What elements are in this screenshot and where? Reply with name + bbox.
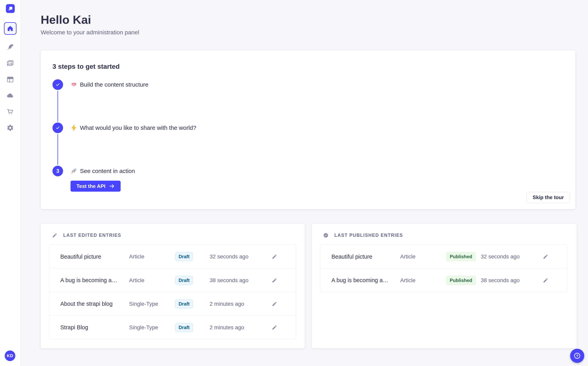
- layout-icon: [7, 76, 14, 83]
- test-api-button-label: Test the API: [77, 183, 105, 189]
- entry-type: Single-Type: [129, 301, 175, 307]
- entry-title: About the strapi blog: [60, 301, 129, 307]
- step-status-circle: [53, 122, 63, 133]
- user-avatar[interactable]: KD: [5, 351, 15, 361]
- step-connector: [57, 91, 58, 122]
- home-icon: [7, 25, 14, 32]
- arrow-right-icon: [109, 183, 115, 189]
- page-subtitle: Welcome to your administration panel: [41, 29, 139, 36]
- entry-updated-time: 2 minutes ago: [210, 324, 271, 331]
- brain-icon: [70, 81, 77, 88]
- onboarding-step: Build the content structure: [53, 79, 564, 122]
- entry-type: Article: [400, 253, 446, 260]
- entry-title: A bug is becoming a…: [332, 277, 400, 283]
- onboarding-card: 3 steps to get started Build the content…: [41, 50, 575, 209]
- test-api-button[interactable]: Test the API: [70, 181, 121, 192]
- edit-entry-button[interactable]: [542, 253, 549, 260]
- edit-entry-button[interactable]: [271, 253, 279, 260]
- check-icon: [55, 82, 60, 87]
- sidebar-item-settings[interactable]: [4, 122, 16, 134]
- last-edited-entries-card: LAST EDITED ENTRIES Beautiful picture Ar…: [41, 224, 305, 348]
- step-label: See content in action: [80, 168, 135, 174]
- strapi-logo: [6, 4, 15, 13]
- entry-updated-time: 32 seconds ago: [481, 253, 542, 260]
- entry-status-badge: Draft: [175, 323, 193, 332]
- entry-updated-time: 2 minutes ago: [210, 301, 271, 307]
- entry-status-badge: Published: [446, 252, 476, 261]
- onboarding-step: What would you like to share with the wo…: [53, 122, 564, 166]
- sidebar-item-home[interactable]: [4, 22, 16, 35]
- onboarding-steps: Build the content structure What would y…: [53, 79, 564, 192]
- entry-title: Strapi Blog: [60, 324, 129, 331]
- onboarding-step: 3 See content in action Test the API: [53, 166, 564, 192]
- entry-status-badge: Draft: [175, 252, 193, 261]
- pencil-icon: [543, 278, 548, 283]
- page-title: Hello Kai: [41, 13, 91, 27]
- edit-entry-button[interactable]: [271, 300, 279, 308]
- edit-entry-button[interactable]: [271, 276, 279, 284]
- entry-updated-time: 38 seconds ago: [210, 277, 271, 283]
- step-label: Build the content structure: [80, 81, 148, 88]
- entry-row: About the strapi blog Single-Type Draft …: [49, 292, 296, 316]
- entry-row: A bug is becoming a… Article Draft 38 se…: [49, 268, 296, 292]
- sidebar-item-marketplace[interactable]: [4, 106, 16, 118]
- question-icon: ?: [573, 352, 581, 359]
- entry-row: Beautiful picture Article Published 32 s…: [320, 245, 567, 268]
- pencil-icon: [272, 301, 277, 307]
- sidebar-item-media-library[interactable]: [4, 57, 16, 69]
- entry-status-badge: Draft: [175, 300, 193, 308]
- check-circle-icon: [323, 233, 328, 238]
- entry-type: Single-Type: [129, 324, 175, 331]
- step-connector: [57, 134, 58, 165]
- bolt-icon: [70, 124, 77, 131]
- skip-tour-button[interactable]: Skip the tour: [526, 192, 570, 203]
- pencil-icon: [52, 233, 57, 238]
- entry-status-badge: Draft: [175, 276, 193, 285]
- last-published-entries-card: LAST PUBLISHED ENTRIES Beautiful picture…: [312, 224, 577, 348]
- entry-updated-time: 32 seconds ago: [210, 253, 271, 260]
- last-edited-title: LAST EDITED ENTRIES: [63, 233, 121, 238]
- edit-entry-button[interactable]: [542, 276, 549, 284]
- last-published-header: LAST PUBLISHED ENTRIES: [323, 233, 568, 238]
- entry-type: Article: [400, 277, 446, 283]
- entry-title: Beautiful picture: [332, 253, 400, 260]
- step-label: What would you like to share with the wo…: [80, 124, 196, 131]
- pencil-icon: [272, 254, 277, 259]
- entry-row: A bug is becoming a… Article Published 3…: [320, 268, 567, 292]
- last-edited-header: LAST EDITED ENTRIES: [52, 233, 296, 238]
- rocket-icon: [70, 168, 77, 174]
- entry-status-badge: Published: [446, 276, 476, 285]
- entry-title: Beautiful picture: [60, 253, 129, 260]
- pencil-icon: [272, 325, 277, 330]
- entry-updated-time: 38 seconds ago: [481, 277, 542, 283]
- images-icon: [7, 60, 14, 67]
- check-icon: [55, 125, 60, 130]
- last-published-table: Beautiful picture Article Published 32 s…: [320, 245, 567, 292]
- sidebar-item-deploy[interactable]: [4, 89, 16, 102]
- cart-icon: [7, 108, 14, 115]
- pencil-icon: [272, 278, 277, 283]
- onboarding-title: 3 steps to get started: [53, 63, 564, 70]
- sidebar: KD: [0, 0, 21, 366]
- feather-icon: [7, 43, 14, 51]
- svg-text:?: ?: [576, 354, 578, 358]
- last-edited-table: Beautiful picture Article Draft 32 secon…: [49, 245, 296, 339]
- entry-row: Strapi Blog Single-Type Draft 2 minutes …: [49, 316, 296, 339]
- entry-type: Article: [129, 277, 175, 283]
- strapi-logo-icon: [7, 6, 14, 12]
- entry-row: Beautiful picture Article Draft 32 secon…: [49, 245, 296, 268]
- sidebar-item-content-manager[interactable]: [4, 73, 16, 86]
- entry-type: Article: [129, 253, 175, 260]
- gear-icon: [7, 124, 14, 131]
- sidebar-item-content-type-builder[interactable]: [4, 41, 16, 53]
- help-button[interactable]: ?: [570, 349, 584, 363]
- last-published-title: LAST PUBLISHED ENTRIES: [334, 233, 403, 238]
- entry-title: A bug is becoming a…: [60, 277, 129, 283]
- step-status-circle: 3: [53, 166, 63, 176]
- cloud-icon: [7, 92, 14, 99]
- edit-entry-button[interactable]: [271, 324, 279, 331]
- pencil-icon: [543, 254, 548, 259]
- step-status-circle: [53, 79, 63, 90]
